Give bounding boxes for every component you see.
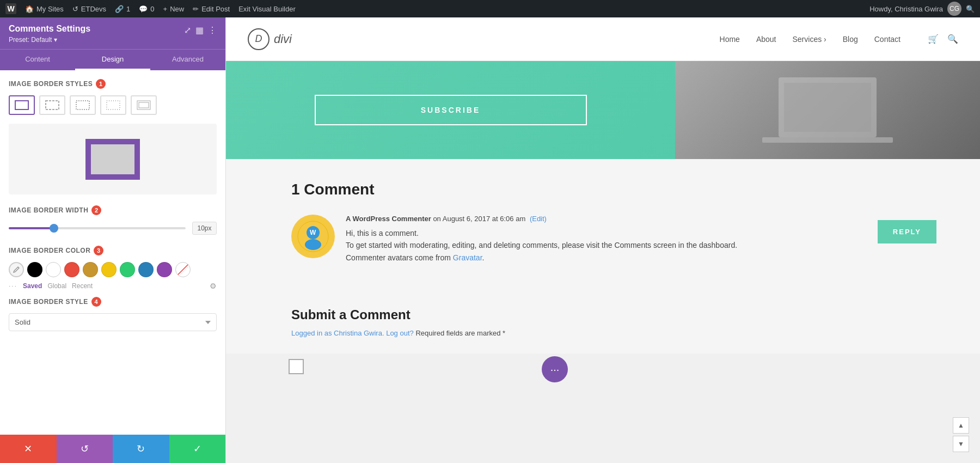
undo-button[interactable]: ↺ <box>57 435 113 463</box>
nav-contact[interactable]: Contact <box>874 35 901 44</box>
expand-icon[interactable]: ⤢ <box>184 25 191 35</box>
panel-header: Comments Settings Preset: Default ▾ ⤢ ▦ … <box>0 17 225 49</box>
color-swatch-blue[interactable] <box>138 262 154 277</box>
color-swatch-white[interactable] <box>46 262 61 277</box>
pencil-icon: ✏ <box>193 5 199 13</box>
logged-in-link[interactable]: Logged in as Christina Gwira. <box>291 329 384 337</box>
wp-admin-bar: W 🏠 My Sites ↺ ETDevs 🔗 1 💬 0 + New ✏ Ed… <box>0 0 980 17</box>
admin-my-sites[interactable]: 🏠 My Sites <box>25 5 64 13</box>
color-swatch-red[interactable] <box>64 262 79 277</box>
image-border-width-label: Image Border Width 2 <box>9 205 217 215</box>
comments-section: 1 Comment W <box>226 159 980 302</box>
color-tab-saved[interactable]: Saved <box>23 282 42 290</box>
border-style-solid[interactable] <box>9 95 35 115</box>
color-tab-global[interactable]: Global <box>47 282 66 290</box>
save-button[interactable]: ✓ <box>169 435 226 463</box>
color-swatch-green[interactable] <box>120 262 135 277</box>
scroll-down-arrow[interactable]: ▼ <box>953 436 969 452</box>
comment-date: August 6, 2017 at 6:06 am <box>443 215 526 223</box>
refresh-icon: ↺ <box>72 5 78 13</box>
section-badge-1: 1 <box>96 79 106 89</box>
nav-home[interactable]: Home <box>720 35 740 44</box>
panel-content: Image Border Styles 1 <box>0 70 225 435</box>
color-swatch-strikethrough[interactable] <box>175 262 191 277</box>
nav-about[interactable]: About <box>756 35 776 44</box>
eyedropper-swatch[interactable] <box>9 262 24 277</box>
site-nav: D divi Home About Services › Blog Contac… <box>226 17 980 61</box>
admin-links-count[interactable]: 🔗 1 <box>115 5 130 13</box>
subscribe-button[interactable]: SUBSCRIBE <box>315 95 587 125</box>
submit-title: Submit a Comment <box>291 307 936 322</box>
color-swatch-gold[interactable] <box>83 262 98 277</box>
tab-design[interactable]: Design <box>75 50 150 70</box>
section-badge-2: 2 <box>91 205 101 215</box>
search-nav-icon[interactable]: 🔍 <box>947 34 958 44</box>
cancel-button[interactable]: ✕ <box>0 435 57 463</box>
left-panel: Comments Settings Preset: Default ▾ ⤢ ▦ … <box>0 17 226 463</box>
admin-comments-count[interactable]: 💬 0 <box>139 5 154 13</box>
slider-thumb[interactable] <box>50 224 58 233</box>
admin-edit-post[interactable]: ✏ Edit Post <box>193 5 230 13</box>
scroll-up-arrow[interactable]: ▲ <box>953 417 969 434</box>
admin-new[interactable]: + New <box>163 5 185 13</box>
border-style-select[interactable]: Solid Dashed Dotted Double None <box>9 313 217 331</box>
hero-section: SUBSCRIBE <box>226 61 980 159</box>
comment-item-wrapper: W A WordPress Commenter on August 6, 201… <box>291 215 936 280</box>
comment-text: Hi, this is a comment. To get started wi… <box>346 227 867 264</box>
house-icon: 🏠 <box>25 5 34 13</box>
admin-etdevs[interactable]: ↺ ETDevs <box>72 5 106 13</box>
admin-exit-builder[interactable]: Exit Visual Builder <box>238 5 296 13</box>
comment-author: A WordPress Commenter <box>346 215 431 223</box>
required-fields-text: Required fields are marked * <box>415 329 505 337</box>
comment-avatar: W <box>291 215 335 258</box>
border-width-value[interactable]: 10px <box>192 222 217 235</box>
color-swatch-black[interactable] <box>27 262 42 277</box>
comment-edit-link[interactable]: (Edit) <box>530 215 547 223</box>
color-tab-recent[interactable]: Recent <box>72 282 93 290</box>
reply-button[interactable]: REPLY <box>878 220 936 243</box>
comment-meta: A WordPress Commenter on August 6, 2017 … <box>346 215 867 223</box>
redo-button[interactable]: ↻ <box>113 435 169 463</box>
cart-icon[interactable]: 🛒 <box>928 34 939 44</box>
color-swatch-yellow[interactable] <box>101 262 117 277</box>
border-style-dashed-inner[interactable] <box>70 95 96 115</box>
main-layout: Comments Settings Preset: Default ▾ ⤢ ▦ … <box>0 17 980 463</box>
svg-rect-7 <box>784 83 871 132</box>
logo-text: divi <box>274 32 292 46</box>
slider-fill <box>9 227 53 229</box>
nav-services[interactable]: Services › <box>792 35 826 44</box>
border-width-slider-row: 10px <box>9 222 217 235</box>
search-icon[interactable]: 🔍 <box>966 5 975 13</box>
submit-section: Submit a Comment Logged in as Christina … <box>226 302 980 354</box>
color-settings-gear-icon[interactable]: ⚙ <box>210 282 217 290</box>
comments-title: 1 Comment <box>291 181 936 198</box>
gravatar-link[interactable]: Gravatar <box>453 253 482 262</box>
nav-blog[interactable]: Blog <box>843 35 858 44</box>
grid-icon[interactable]: ▦ <box>195 25 204 35</box>
tab-content[interactable]: Content <box>0 50 75 70</box>
tab-advanced[interactable]: Advanced <box>150 50 225 70</box>
hero-image <box>675 61 980 159</box>
border-style-dotted[interactable] <box>100 95 126 115</box>
floating-area: ··· <box>226 354 980 386</box>
more-options-icon[interactable]: ⋮ <box>208 25 217 35</box>
color-swatches <box>9 262 217 277</box>
preview-inner <box>85 139 140 180</box>
border-style-double[interactable] <box>131 95 157 115</box>
logo-circle: D <box>248 28 270 50</box>
comment-icon: 💬 <box>139 5 148 13</box>
border-width-track[interactable] <box>9 227 186 229</box>
wp-logo-icon[interactable]: W <box>5 3 16 14</box>
border-style-dashed-outer[interactable] <box>39 95 65 115</box>
floating-checkbox[interactable] <box>289 359 304 374</box>
floating-action-button[interactable]: ··· <box>542 356 568 382</box>
panel-header-icons: ⤢ ▦ ⋮ <box>184 25 217 35</box>
svg-rect-2 <box>76 101 89 109</box>
color-swatch-purple[interactable] <box>157 262 172 277</box>
more-colors-dots[interactable]: ··· <box>9 282 17 290</box>
logout-link[interactable]: Log out? <box>386 329 414 337</box>
image-border-color-label: Image Border Color 3 <box>9 246 217 255</box>
panel-preset[interactable]: Preset: Default ▾ <box>9 36 90 44</box>
section-badge-3: 3 <box>94 246 103 255</box>
svg-rect-8 <box>762 137 893 143</box>
